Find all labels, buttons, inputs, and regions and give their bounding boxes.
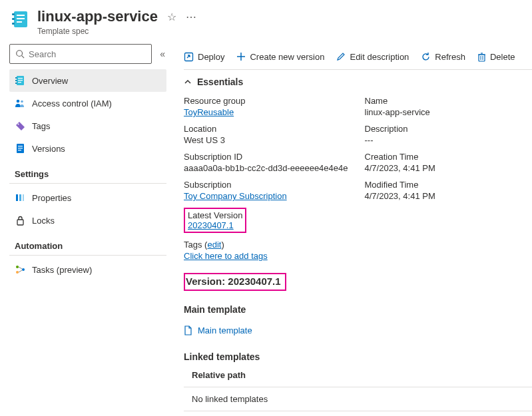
refresh-icon bbox=[421, 52, 431, 62]
svg-point-17 bbox=[21, 101, 23, 103]
trash-icon bbox=[477, 52, 486, 62]
field-label-ctime: Creation Time bbox=[365, 152, 533, 162]
sidebar-item-label: Tasks (preview) bbox=[32, 265, 92, 275]
essentials-panel: Resource group ToyReusable Location West… bbox=[184, 93, 532, 264]
svg-line-8 bbox=[22, 56, 25, 59]
sidebar-item-label: Locks bbox=[32, 216, 55, 226]
svg-rect-13 bbox=[15, 77, 17, 79]
main-content: Deploy Create new version Edit descripti… bbox=[172, 41, 532, 411]
deploy-button[interactable]: Deploy bbox=[184, 52, 224, 62]
sidebar-item-tasks[interactable]: Tasks (preview) bbox=[9, 258, 166, 281]
lock-icon bbox=[15, 215, 25, 226]
delete-button[interactable]: Delete bbox=[477, 52, 515, 62]
sidebar-item-tags[interactable]: Tags bbox=[9, 114, 166, 137]
deploy-icon bbox=[184, 52, 194, 62]
svg-rect-21 bbox=[18, 148, 23, 148]
svg-rect-4 bbox=[12, 13, 15, 15]
svg-rect-25 bbox=[23, 194, 24, 201]
page-title: linux-app-service bbox=[37, 8, 158, 25]
page-subtitle: Template spec bbox=[37, 27, 521, 36]
edit-description-button[interactable]: Edit description bbox=[336, 52, 409, 62]
svg-rect-35 bbox=[479, 55, 485, 61]
chevron-up-icon bbox=[184, 78, 192, 86]
svg-rect-5 bbox=[12, 18, 15, 20]
collapse-sidebar-icon[interactable]: « bbox=[158, 46, 166, 62]
svg-point-27 bbox=[16, 266, 19, 268]
version-banner: Version: 20230407.1 bbox=[184, 273, 286, 291]
sidebar-search[interactable] bbox=[9, 44, 152, 64]
sidebar-item-properties[interactable]: Properties bbox=[9, 186, 166, 209]
svg-line-30 bbox=[19, 267, 22, 269]
field-label-latest: Latest Version bbox=[188, 210, 242, 220]
main-template-link[interactable]: Main template bbox=[184, 323, 532, 338]
sidebar-item-locks[interactable]: Locks bbox=[9, 209, 166, 232]
subscription-link[interactable]: Toy Company Subscription bbox=[184, 191, 287, 201]
tags-edit-link[interactable]: edit bbox=[207, 240, 221, 250]
field-value-desc: --- bbox=[365, 135, 533, 145]
resource-group-link[interactable]: ToyReusable bbox=[184, 107, 234, 117]
template-spec-icon bbox=[11, 9, 31, 29]
create-version-button[interactable]: Create new version bbox=[236, 52, 324, 62]
command-bar: Deploy Create new version Edit descripti… bbox=[184, 44, 532, 69]
field-value-ctime: 4/7/2023, 4:41 PM bbox=[365, 163, 533, 173]
field-value-subid: aaaa0a0a-bb1b-cc2c-dd3d-eeeeee4e4e4e bbox=[184, 163, 352, 173]
page-header: linux-app-service ☆ ⋯ Template spec bbox=[0, 0, 532, 41]
sidebar-section-settings: Settings bbox=[9, 160, 166, 184]
svg-point-28 bbox=[16, 271, 19, 274]
favorite-star-icon[interactable]: ☆ bbox=[167, 11, 176, 23]
tasks-icon bbox=[15, 264, 25, 275]
svg-rect-24 bbox=[19, 194, 21, 201]
field-label-tags: Tags bbox=[184, 240, 202, 250]
field-label-name: Name bbox=[365, 96, 533, 106]
refresh-button[interactable]: Refresh bbox=[421, 52, 465, 62]
field-label-subid: Subscription ID bbox=[184, 152, 352, 162]
svg-rect-32 bbox=[185, 53, 193, 61]
field-label-mtime: Modified Time bbox=[365, 180, 533, 190]
svg-rect-23 bbox=[16, 194, 18, 201]
svg-rect-20 bbox=[18, 146, 23, 146]
more-menu-icon[interactable]: ⋯ bbox=[186, 11, 196, 23]
field-value-mtime: 4/7/2023, 4:41 PM bbox=[365, 191, 533, 201]
sidebar: « Overview Access control (IAM) Tags Ver… bbox=[0, 41, 172, 411]
sidebar-item-access-control[interactable]: Access control (IAM) bbox=[9, 92, 166, 114]
properties-icon bbox=[15, 192, 25, 203]
pencil-icon bbox=[336, 52, 346, 61]
field-label-location: Location bbox=[184, 124, 352, 134]
svg-rect-12 bbox=[18, 82, 21, 83]
template-spec-icon bbox=[15, 75, 25, 86]
svg-rect-15 bbox=[15, 83, 17, 84]
sidebar-item-label: Overview bbox=[32, 76, 68, 86]
field-label-sub: Subscription bbox=[184, 180, 352, 190]
sidebar-section-automation: Automation bbox=[9, 232, 166, 256]
sidebar-item-label: Tags bbox=[32, 121, 50, 131]
search-input[interactable] bbox=[29, 49, 146, 59]
sidebar-item-overview[interactable]: Overview bbox=[9, 69, 166, 92]
svg-rect-3 bbox=[17, 21, 22, 23]
field-value-name: linux-app-service bbox=[365, 107, 533, 117]
sidebar-item-label: Versions bbox=[32, 144, 65, 154]
svg-line-31 bbox=[19, 270, 22, 272]
plus-icon bbox=[236, 52, 246, 61]
field-label-desc: Description bbox=[365, 124, 533, 134]
file-icon bbox=[184, 325, 192, 335]
linked-templates-column: Relative path bbox=[184, 370, 532, 387]
sidebar-item-label: Properties bbox=[32, 193, 71, 203]
svg-point-7 bbox=[17, 51, 23, 57]
svg-point-18 bbox=[17, 123, 19, 124]
field-label-rg: Resource group bbox=[184, 96, 352, 106]
svg-rect-1 bbox=[17, 15, 25, 16]
field-value-location: West US 3 bbox=[184, 135, 352, 145]
svg-rect-26 bbox=[17, 220, 23, 225]
versions-icon bbox=[15, 143, 25, 154]
svg-point-29 bbox=[22, 268, 25, 271]
sidebar-item-versions[interactable]: Versions bbox=[9, 137, 166, 160]
add-tags-link[interactable]: Click here to add tags bbox=[184, 251, 268, 261]
latest-version-link[interactable]: 20230407.1 bbox=[188, 220, 234, 230]
search-icon bbox=[15, 49, 25, 59]
tag-icon bbox=[15, 120, 25, 131]
svg-point-16 bbox=[17, 100, 20, 103]
linked-templates-empty: No linked templates bbox=[184, 387, 532, 411]
latest-version-highlight: Latest Version 20230407.1 bbox=[184, 208, 246, 233]
essentials-toggle[interactable]: Essentials bbox=[184, 69, 532, 93]
svg-rect-6 bbox=[12, 23, 15, 25]
